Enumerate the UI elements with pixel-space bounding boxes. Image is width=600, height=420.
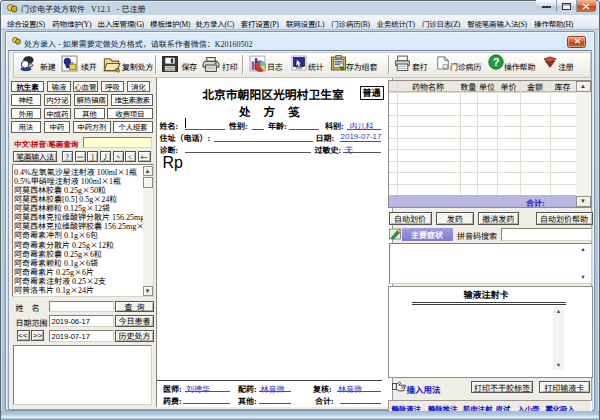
svg-text:?: ? xyxy=(493,56,500,68)
